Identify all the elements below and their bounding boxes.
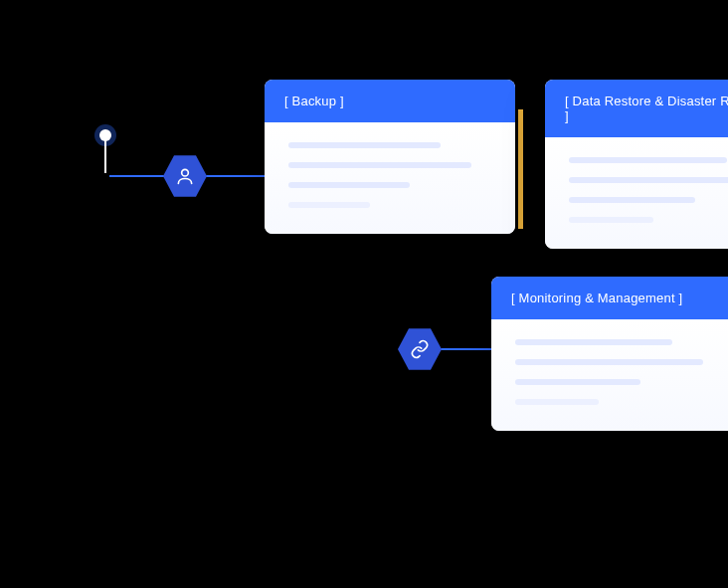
link-icon bbox=[410, 339, 430, 359]
user-icon bbox=[175, 166, 195, 186]
link-node bbox=[398, 327, 442, 371]
connector-backup-to-restore bbox=[518, 109, 523, 229]
connector-link-to-monitoring bbox=[440, 348, 491, 350]
card-backup-title: [ Backup ] bbox=[284, 94, 344, 108]
connector-dot-to-user bbox=[109, 175, 167, 177]
connector-dot-stem bbox=[104, 139, 106, 173]
card-restore-body bbox=[545, 137, 728, 249]
card-restore-header: [ Data Restore & Disaster Recovery ] bbox=[545, 80, 728, 137]
card-monitoring-body bbox=[491, 319, 728, 431]
card-restore: [ Data Restore & Disaster Recovery ] bbox=[545, 80, 728, 249]
card-monitoring: [ Monitoring & Management ] bbox=[491, 277, 728, 431]
card-monitoring-title: [ Monitoring & Management ] bbox=[511, 291, 682, 305]
connector-user-to-backup bbox=[205, 175, 265, 177]
card-backup: [ Backup ] bbox=[265, 80, 515, 234]
diagram-stage: [ Backup ] [ Data Restore & Disaster Rec… bbox=[0, 0, 728, 588]
card-restore-title: [ Data Restore & Disaster Recovery ] bbox=[565, 94, 728, 123]
card-monitoring-header: [ Monitoring & Management ] bbox=[491, 277, 728, 319]
svg-point-0 bbox=[182, 169, 189, 176]
user-node bbox=[163, 154, 207, 198]
card-backup-header: [ Backup ] bbox=[265, 80, 515, 122]
card-backup-body bbox=[265, 122, 515, 234]
